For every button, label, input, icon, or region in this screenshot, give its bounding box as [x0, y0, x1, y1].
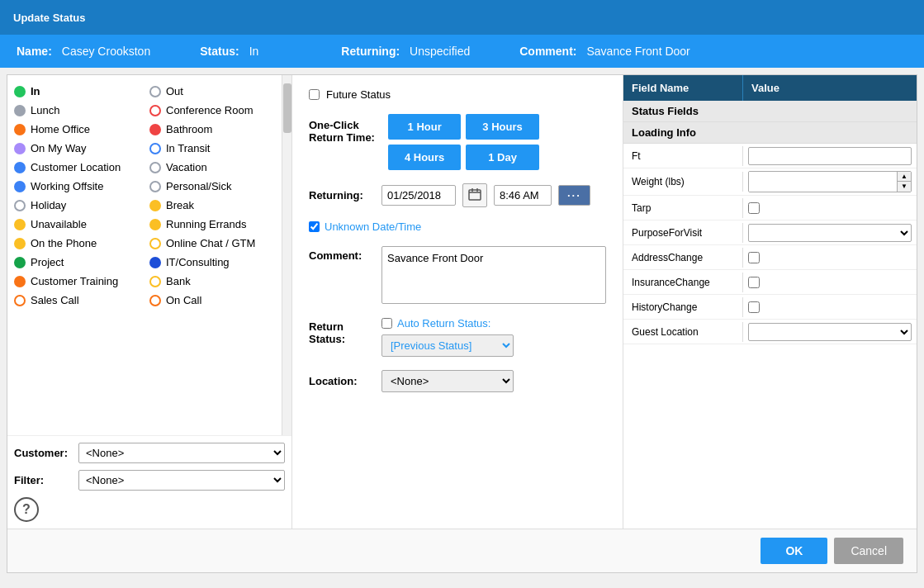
status-dot [149, 162, 161, 173]
four-hours-button[interactable]: 4 Hours [388, 145, 461, 170]
status-dot [14, 295, 26, 306]
future-status-checkbox[interactable] [309, 89, 320, 100]
cancel-button[interactable]: Cancel [834, 538, 903, 564]
address-value [743, 249, 917, 266]
status-item[interactable]: On My Way [11, 140, 143, 156]
unknown-datetime-label: Unknown Date/Time [325, 220, 421, 233]
customer-filter-section: Customer: <None> Filter: <None> ? [7, 435, 291, 529]
comment-textarea[interactable]: Savance Front Door [381, 246, 606, 304]
help-button[interactable]: ? [14, 497, 39, 522]
status-item[interactable]: On Call [146, 292, 278, 308]
guest-location-select[interactable] [748, 323, 912, 341]
status-item[interactable]: In [11, 83, 143, 99]
status-item[interactable]: Bathroom [146, 121, 278, 137]
status-item[interactable]: IT/Consulting [146, 254, 278, 270]
guest-location-value [743, 320, 917, 344]
status-info: Status: In [200, 45, 258, 58]
return-status-content: Auto Return Status: [Previous Status] [381, 317, 514, 357]
three-hours-button[interactable]: 3 Hours [466, 114, 538, 140]
status-item-label: Customer Location [31, 161, 121, 173]
status-item-label: Sales Call [31, 294, 79, 306]
status-item[interactable]: Lunch [11, 102, 143, 118]
status-item-label: Running Errands [166, 218, 247, 230]
field-tarp: Tarp [623, 196, 917, 220]
weight-up-button[interactable]: ▲ [898, 172, 911, 182]
status-item[interactable]: Conference Room [146, 102, 278, 118]
ft-value [743, 145, 917, 168]
ok-button[interactable]: OK [761, 538, 827, 564]
status-dot [14, 143, 26, 154]
return-status-row: Return Status: Auto Return Status: [Prev… [309, 317, 606, 357]
tarp-value [743, 200, 917, 216]
filter-label: Filter: [14, 474, 72, 486]
auto-return-checkbox[interactable] [381, 318, 392, 329]
auto-return-row: Auto Return Status: [381, 317, 514, 330]
status-item-label: Working Offsite [31, 180, 103, 192]
status-item-label: In [31, 85, 40, 97]
prev-status-dropdown[interactable]: [Previous Status] [381, 334, 514, 357]
status-item[interactable]: Bank [146, 273, 278, 289]
status-item[interactable]: Holiday [11, 197, 143, 213]
purpose-value [743, 221, 917, 244]
unknown-datetime-checkbox[interactable] [309, 221, 320, 232]
weight-input[interactable] [749, 172, 897, 192]
field-history: HistoryChange [623, 295, 917, 320]
info-bar: Name: Casey Crookston Status: In Returni… [0, 35, 924, 68]
status-item[interactable]: Running Errands [146, 216, 278, 232]
status-item[interactable]: Personal/Sick [146, 178, 278, 194]
status-item[interactable]: Online Chat / GTM [146, 235, 278, 251]
name-label: Name: [17, 45, 52, 58]
status-item[interactable]: Project [11, 254, 143, 270]
one-hour-button[interactable]: 1 Hour [388, 114, 461, 140]
time-input[interactable] [494, 185, 552, 206]
name-info: Name: Casey Crookston [17, 45, 150, 58]
status-item[interactable]: Unavailable [11, 216, 143, 232]
status-item[interactable]: Home Office [11, 121, 143, 137]
insurance-checkbox[interactable] [748, 277, 760, 288]
location-row: Location: <None> [309, 370, 606, 392]
weight-value: ▲ ▼ [743, 168, 917, 195]
customer-label: Customer: [14, 447, 72, 459]
customer-dropdown[interactable]: <None> [78, 443, 285, 463]
purpose-select[interactable] [748, 224, 912, 242]
status-item[interactable]: Sales Call [11, 292, 143, 308]
location-dropdown[interactable]: <None> [381, 370, 514, 392]
unknown-datetime-row: Unknown Date/Time [309, 220, 606, 233]
guest-location-label: Guest Location [623, 322, 743, 342]
status-item[interactable]: In Transit [146, 140, 278, 156]
status-item-label: Bathroom [166, 123, 212, 135]
calendar-button[interactable] [462, 183, 487, 207]
status-item[interactable]: Customer Location [11, 159, 143, 175]
status-item[interactable]: Break [146, 197, 278, 213]
comment-label: Comment: [519, 45, 576, 58]
status-dot [14, 105, 26, 116]
one-click-section: One-Click Return Time: 1 Hour 3 Hours 4 … [309, 114, 606, 170]
status-item[interactable]: Out [146, 83, 278, 99]
more-options-button[interactable]: ··· [558, 185, 590, 206]
date-input[interactable] [381, 185, 456, 206]
tarp-label: Tarp [623, 198, 743, 218]
address-checkbox[interactable] [748, 252, 760, 263]
status-item-label: Project [31, 256, 64, 268]
field-table-body: Status Fields Loading Info Ft Weight (lb… [623, 101, 917, 529]
status-dot [149, 124, 161, 135]
value-header: Value [743, 75, 917, 101]
status-item-label: Break [166, 199, 194, 211]
status-dot [14, 200, 26, 211]
status-item[interactable]: On the Phone [11, 235, 143, 251]
list-scrollbar[interactable] [282, 75, 291, 435]
status-item[interactable]: Vacation [146, 159, 278, 175]
status-dot [149, 86, 161, 97]
status-dot [149, 181, 161, 192]
status-item[interactable]: Customer Training [11, 273, 143, 289]
status-dot [14, 257, 26, 268]
weight-down-button[interactable]: ▼ [898, 182, 911, 192]
ft-input[interactable] [748, 147, 912, 165]
tarp-checkbox[interactable] [748, 202, 760, 214]
history-checkbox[interactable] [748, 301, 760, 313]
one-day-button[interactable]: 1 Day [466, 145, 538, 170]
status-item[interactable]: Working Offsite [11, 178, 143, 194]
filter-dropdown[interactable]: <None> [78, 470, 285, 491]
status-dot [14, 181, 26, 192]
returning-info: Returning: Unspecified [341, 45, 470, 58]
